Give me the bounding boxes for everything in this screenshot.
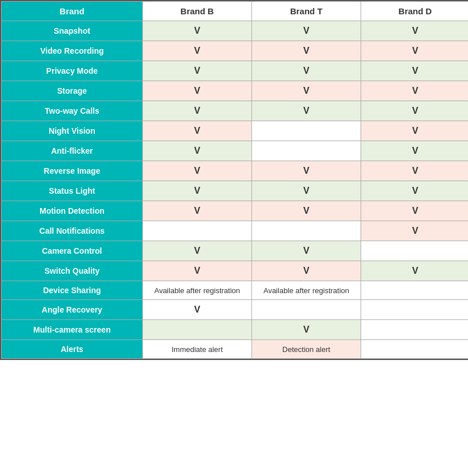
cell-t-3: V [252,81,361,101]
cell-t-11: V [252,241,361,261]
cell-t-15: V [252,320,361,340]
table-row: Call NotificationsV [2,221,469,241]
cell-t-2: V [252,61,361,81]
header-row: Brand Brand B Brand T Brand D [2,2,469,21]
table-row: Device SharingAvailable after registrati… [2,281,469,300]
table-row: Video RecordingVVV [2,41,469,61]
feature-label: Camera Control [2,241,143,261]
cell-b-16: Immediate alert [143,340,252,359]
cell-t-0: V [252,21,361,41]
feature-label: Switch Quality [2,261,143,281]
feature-label: Motion Detection [2,201,143,221]
cell-t-5 [252,121,361,141]
cell-d-15 [361,320,469,340]
table-row: AlertsImmediate alertDetection alert [2,340,469,359]
cell-t-12: V [252,261,361,281]
cell-d-12: V [361,261,469,281]
feature-label: Anti-flicker [2,141,143,161]
cell-d-4: V [361,101,469,121]
feature-label: Night Vision [2,121,143,141]
table-row: Angle RecoveryV [2,300,469,320]
feature-label: Device Sharing [2,281,143,300]
cell-t-4: V [252,101,361,121]
cell-t-9: V [252,201,361,221]
cell-b-3: V [143,81,252,101]
feature-label: Alerts [2,340,143,359]
feature-label: Angle Recovery [2,300,143,320]
cell-b-9: V [143,201,252,221]
comparison-table: Brand Brand B Brand T Brand D SnapshotVV… [0,0,468,360]
cell-b-15 [143,320,252,340]
cell-d-6: V [361,141,469,161]
feature-label: Status Light [2,181,143,201]
cell-b-11: V [143,241,252,261]
cell-t-16: Detection alert [252,340,361,359]
cell-t-14 [252,300,361,320]
table-row: Multi-camera screenV [2,320,469,340]
cell-d-2: V [361,61,469,81]
cell-b-6: V [143,141,252,161]
cell-b-0: V [143,21,252,41]
cell-d-8: V [361,181,469,201]
table-row: SnapshotVVV [2,21,469,41]
cell-b-1: V [143,41,252,61]
table-row: StorageVVV [2,81,469,101]
cell-d-0: V [361,21,469,41]
cell-t-8: V [252,181,361,201]
col-header-t: Brand T [252,2,361,21]
table-row: Motion DetectionVVV [2,201,469,221]
cell-d-10: V [361,221,469,241]
cell-t-6 [252,141,361,161]
table-row: Anti-flickerVV [2,141,469,161]
cell-d-9: V [361,201,469,221]
cell-d-13 [361,281,469,300]
cell-d-7: V [361,161,469,181]
feature-label: Privacy Mode [2,61,143,81]
cell-b-7: V [143,161,252,181]
cell-t-13: Available after registration [252,281,361,300]
col-header-d: Brand D [361,2,469,21]
feature-label: Video Recording [2,41,143,61]
table-row: Reverse ImageVVV [2,161,469,181]
cell-b-12: V [143,261,252,281]
cell-t-10 [252,221,361,241]
feature-label: Two-way Calls [2,101,143,121]
table-row: Two-way CallsVVV [2,101,469,121]
cell-b-2: V [143,61,252,81]
table-row: Night VisionVV [2,121,469,141]
feature-label: Multi-camera screen [2,320,143,340]
cell-d-14 [361,300,469,320]
cell-t-7: V [252,161,361,181]
col-header-b: Brand B [143,2,252,21]
col-header-feature: Brand [2,2,143,21]
table-row: Privacy ModeVVV [2,61,469,81]
cell-b-13: Available after registration [143,281,252,300]
feature-label: Call Notifications [2,221,143,241]
feature-label: Reverse Image [2,161,143,181]
cell-d-11 [361,241,469,261]
cell-b-4: V [143,101,252,121]
table-row: Switch QualityVVV [2,261,469,281]
table-row: Camera ControlVV [2,241,469,261]
cell-t-1: V [252,41,361,61]
feature-label: Snapshot [2,21,143,41]
cell-d-3: V [361,81,469,101]
cell-b-8: V [143,181,252,201]
feature-label: Storage [2,81,143,101]
cell-d-16 [361,340,469,359]
cell-d-1: V [361,41,469,61]
cell-b-10 [143,221,252,241]
cell-b-14: V [143,300,252,320]
cell-b-5: V [143,121,252,141]
table-row: Status LightVVV [2,181,469,201]
cell-d-5: V [361,121,469,141]
